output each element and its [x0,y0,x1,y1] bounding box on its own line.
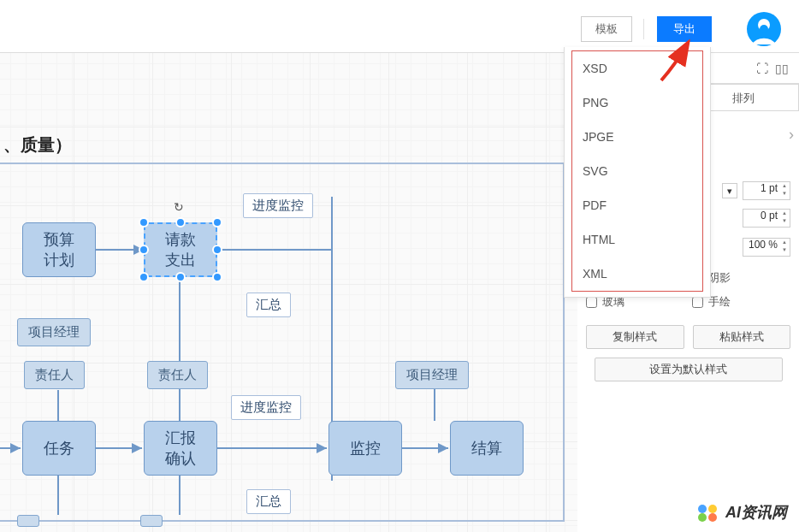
export-button[interactable]: 导出 [657,16,712,42]
label-summary1[interactable]: 汇总 [246,293,291,317]
spacing-input[interactable]: 0 pt ▲▼ [743,209,790,228]
spinner[interactable]: ▲▼ [780,183,789,198]
resize-handle[interactable] [212,217,222,228]
user-avatar[interactable] [745,10,783,48]
topbar: 模板 导出 [0,0,799,53]
export-item-pdf[interactable]: PDF [572,188,702,222]
opacity-input[interactable]: 100 % ▲▼ [743,238,790,257]
node-settle[interactable]: 结算 [450,421,524,476]
export-item-svg[interactable]: SVG [572,154,702,188]
node-budget-plan[interactable]: 预算 计划 [22,222,96,277]
tag-pm1[interactable]: 项目经理 [17,318,91,346]
tag-owner2[interactable]: 责任人 [147,361,208,389]
stroke-width-input[interactable]: 1 pt ▲▼ [743,181,790,200]
resize-handle[interactable] [175,217,186,228]
tag-partial[interactable] [17,515,39,527]
checkbox[interactable] [586,297,597,308]
avatar-icon [745,10,783,48]
copy-style-button[interactable]: 复制样式 [586,325,684,349]
tag-partial[interactable] [140,515,163,527]
node-label: 请款 支出 [165,229,196,271]
node-task[interactable]: 任务 [22,421,96,476]
export-dropdown-highlight: XSD PNG JPGE SVG PDF HTML XML [571,50,703,292]
topbar-separator [643,19,644,39]
paste-style-button[interactable]: 粘贴样式 [693,325,791,349]
check-label: 阴影 [708,270,731,286]
label-progress2[interactable]: 进度监控 [231,395,301,420]
spacing-value: 0 pt [761,210,778,222]
layout-icon[interactable]: ▯▯ [775,62,789,75]
node-payment-selected[interactable]: ↻ 请款 支出 [144,222,217,277]
tag-owner1[interactable]: 责任人 [24,361,85,389]
node-report-confirm[interactable]: 汇报 确认 [144,421,217,476]
stroke-width-value: 1 pt [761,182,778,194]
stroke-dropdown-icon[interactable]: ▾ [722,183,737,198]
node-label: 监控 [350,438,381,458]
export-item-html[interactable]: HTML [572,222,702,257]
export-item-png[interactable]: PNG [572,86,702,120]
checkbox[interactable] [692,297,703,308]
tag-pm2[interactable]: 项目经理 [395,361,469,389]
resize-handle[interactable] [139,217,149,228]
node-label: 任务 [44,438,74,458]
svg-point-2 [760,25,768,33]
resize-handle[interactable] [139,245,149,255]
node-label: 预算 计划 [44,229,74,271]
resize-handle[interactable] [212,272,222,282]
export-item-xml[interactable]: XML [572,257,702,291]
node-monitor[interactable]: 监控 [328,421,402,476]
label-progress1[interactable]: 进度监控 [243,193,313,218]
opacity-value: 100 % [749,239,778,251]
resize-handle[interactable] [212,245,222,255]
style-buttons: 复制样式 粘贴样式 [586,325,790,349]
rotate-handle-icon[interactable]: ↻ [174,200,187,214]
spinner[interactable]: ▲▼ [780,239,789,255]
resize-handle[interactable] [139,272,149,282]
diagram-title: 、质量） [3,133,72,157]
fullscreen-icon[interactable]: ⛶ [756,62,768,75]
export-item-jpge[interactable]: JPGE [572,120,702,154]
spinner[interactable]: ▲▼ [780,210,789,226]
node-label: 汇报 确认 [165,428,196,470]
export-item-xsd[interactable]: XSD [572,51,702,86]
node-label: 结算 [471,438,502,458]
template-button[interactable]: 模板 [581,16,632,42]
canvas[interactable]: 、质量） 预算 计划 ↻ 请款 支出 [0,53,577,532]
check-label: 手绘 [708,294,731,310]
label-summary2[interactable]: 汇总 [246,489,291,514]
export-dropdown: XSD PNG JPGE SVG PDF HTML XML [564,47,711,298]
set-default-button[interactable]: 设置为默认样式 [595,358,783,381]
node-payment[interactable]: 请款 支出 [144,222,217,277]
chevron-right-icon[interactable]: › [785,126,794,144]
resize-handle[interactable] [175,272,186,282]
